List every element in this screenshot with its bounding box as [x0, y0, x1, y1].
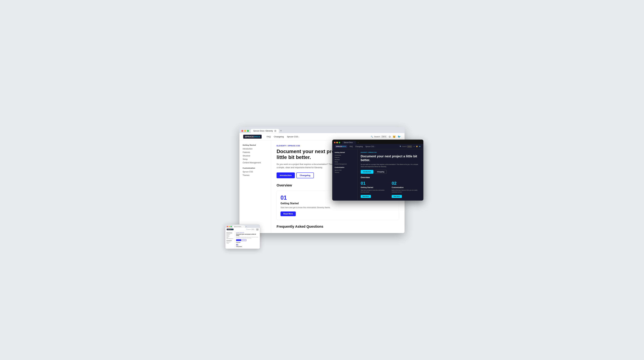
mini-search-label: Search — [248, 229, 251, 230]
dark-nav: SPRUCEDOCS FAQ Changelog Spruce CSS ↓ 🔍 … — [332, 144, 423, 149]
dark-tab-bar: Spruce Docs × + — [332, 140, 423, 144]
mini-minimize-light[interactable] — [228, 226, 230, 227]
dark-sidebar-structure[interactable]: Structure — [334, 159, 355, 160]
dark-tab-close[interactable]: × — [354, 142, 354, 143]
dark-search-label: Search — [402, 146, 406, 147]
dark-logo: SPRUCEDOCS — [335, 145, 347, 148]
sidebar-link-setup[interactable]: Setup — [242, 158, 268, 161]
dark-nav-spruce-css[interactable]: Spruce CSS ↓ — [366, 146, 375, 147]
sidebar-link-spruce-css[interactable]: Spruce CSS — [242, 171, 268, 173]
dark-body: Getting Started Introduction Features St… — [332, 149, 423, 200]
mini-sidebar: Getting Started Introduction Features St… — [226, 231, 235, 249]
dark-sidebar-custom-section: Customization Spruce CSS Themes — [334, 167, 355, 173]
read-more-button[interactable]: Read More — [280, 211, 296, 216]
dark-new-tab[interactable]: + — [358, 141, 359, 144]
mini-new-tab[interactable]: + — [246, 226, 247, 227]
nav-bar: SPRUCEDOCS FAQ Changelog Spruce CSS 🔍 Se… — [240, 133, 404, 140]
mini-tab-close[interactable]: × — [243, 226, 244, 227]
dark-sidebar-setup[interactable]: Setup — [334, 161, 355, 163]
mini-search-icon: 🔍 — [246, 229, 248, 230]
mini-sidebar-setup[interactable]: Setup — [226, 237, 234, 238]
dark-sidebar-content-mgmt[interactable]: Content Management — [334, 163, 355, 165]
nav-link-faq[interactable]: FAQ — [267, 136, 271, 138]
sidebar-link-introduction[interactable]: Introduction — [242, 148, 268, 150]
dark-twitter-icon[interactable]: 🐦 — [419, 146, 421, 147]
dark-search-icon: 🔍 — [400, 146, 402, 147]
mini-sidebar-custom-title: Customization — [226, 240, 234, 241]
nav-link-changelog[interactable]: Changelog — [274, 136, 284, 138]
mini-sidebar-spruce-css[interactable]: Spruce CSS — [226, 242, 234, 242]
nav-link-spruce-css[interactable]: Spruce CSS — [287, 136, 299, 138]
mini-sidebar-structure[interactable]: Structure — [226, 236, 234, 237]
mini-sidebar-themes[interactable]: Themes — [226, 243, 234, 244]
dark-card-number-02: 02 — [392, 181, 420, 186]
circle-icon[interactable]: ⊙ — [389, 135, 391, 138]
github-icon[interactable]: 🐱 — [392, 135, 396, 138]
mini-sidebar-gs-title: Getting Started — [226, 232, 234, 233]
close-traffic-light[interactable] — [241, 130, 243, 132]
dark-sidebar-gs-title: Getting Started — [334, 152, 355, 153]
dark-changelog-button[interactable]: Changelog — [375, 170, 387, 174]
dark-circle-icon[interactable]: ⊙ — [414, 146, 415, 147]
dark-card-getting-started: 01 Getting Started Start here and get to… — [361, 181, 389, 198]
mini-card-title: Getting Started — [236, 246, 258, 247]
dark-search: 🔍 Search Ctrl K ⊙ 🐱 🐦 — [400, 146, 421, 148]
dark-card-desc-01: Start here and get to know this minimali… — [361, 189, 389, 193]
dark-sidebar: Getting Started Introduction Features St… — [332, 149, 358, 200]
fullscreen-traffic-light[interactable] — [247, 130, 249, 132]
search-label: Search — [374, 136, 380, 138]
mini-sidebar-content-mgmt[interactable]: Content Management — [226, 238, 234, 239]
mini-close-light[interactable] — [227, 226, 228, 227]
sidebar-link-content-management[interactable]: Content Management — [242, 161, 268, 164]
dark-nav-faq[interactable]: FAQ — [350, 146, 353, 147]
faq-title: Frequently Asked Questions — [276, 224, 399, 229]
dark-close-light[interactable] — [334, 142, 336, 143]
sidebar-customization-title: Customization — [242, 167, 268, 169]
dark-sidebar-spruce-css[interactable]: Spruce CSS — [334, 169, 355, 171]
dark-tab-title: Spruce Docs — [344, 142, 353, 143]
dark-fullscreen-light[interactable] — [339, 142, 340, 143]
dark-read-more-01[interactable]: Read More — [361, 195, 371, 198]
dark-card-customization: 02 Customization Built on the top of Spr… — [392, 181, 420, 198]
dark-card-number-01: 01 — [361, 181, 389, 186]
mini-fullscreen-light[interactable] — [230, 226, 232, 227]
active-tab[interactable]: Spruce Docs / Eleventy × — [251, 129, 279, 133]
dark-overview-title: Overview — [361, 176, 420, 179]
search-box[interactable]: 🔍 Search Ctrl K — [371, 136, 387, 138]
mini-intro-button[interactable]: Introduction — [236, 239, 241, 241]
mini-sidebar-features[interactable]: Features — [226, 235, 234, 236]
dark-sidebar-themes[interactable]: Themes — [334, 172, 355, 173]
sidebar-link-features[interactable]: Features — [242, 151, 268, 154]
mini-search: 🔍 Search Ctrl K — [246, 229, 254, 230]
dark-github-icon[interactable]: 🐱 — [416, 146, 418, 147]
sidebar-getting-started-title: Getting Started — [242, 144, 268, 146]
dark-page: ELEVENTY / SPRUCE CSS Document your next… — [358, 149, 423, 200]
twitter-icon[interactable]: 🐦 — [398, 135, 401, 138]
mini-desc: Do you work on a project that requires a… — [236, 237, 258, 238]
dark-minimize-light[interactable] — [336, 142, 338, 143]
logo[interactable]: SPRUCEDOCS — [243, 135, 262, 139]
mini-sidebar-introduction[interactable]: Introduction — [226, 234, 234, 235]
dark-sidebar-introduction[interactable]: Introduction — [334, 155, 355, 156]
dark-sidebar-custom-title: Customization — [334, 167, 355, 168]
tab-title: Spruce Docs / Eleventy — [253, 130, 273, 132]
dark-browser-window: Spruce Docs × + SPRUCEDOCS FAQ Changelog… — [332, 140, 424, 201]
mini-nav: SPRUCEDOCS 🔍 Search Ctrl K — [226, 228, 260, 231]
minimize-traffic-light[interactable] — [244, 130, 246, 132]
dark-intro-button[interactable]: Introduction — [361, 170, 374, 174]
intro-button[interactable]: Introduction — [276, 172, 295, 178]
tab-close-button[interactable]: × — [274, 130, 276, 132]
dark-read-more-02[interactable]: Read More — [392, 195, 402, 198]
sidebar-link-themes[interactable]: Themes — [242, 174, 268, 177]
new-tab-button[interactable]: + — [279, 129, 283, 133]
dark-nav-changelog[interactable]: Changelog — [355, 146, 363, 147]
mini-hamburger-icon[interactable] — [256, 229, 258, 230]
mini-tab-bar: Spruce Docs... × + — [226, 224, 260, 228]
mini-btn-row: Introduction Changelog — [236, 239, 258, 241]
dark-sidebar-features[interactable]: Features — [334, 157, 355, 158]
mini-changelog-button[interactable]: Changelog — [242, 239, 246, 241]
changelog-button[interactable]: Changelog — [296, 172, 314, 178]
sidebar-link-structure[interactable]: Structure — [242, 155, 268, 157]
mini-card-number: 01 — [236, 244, 258, 246]
dark-title: Document your next project a little bit … — [361, 154, 420, 162]
